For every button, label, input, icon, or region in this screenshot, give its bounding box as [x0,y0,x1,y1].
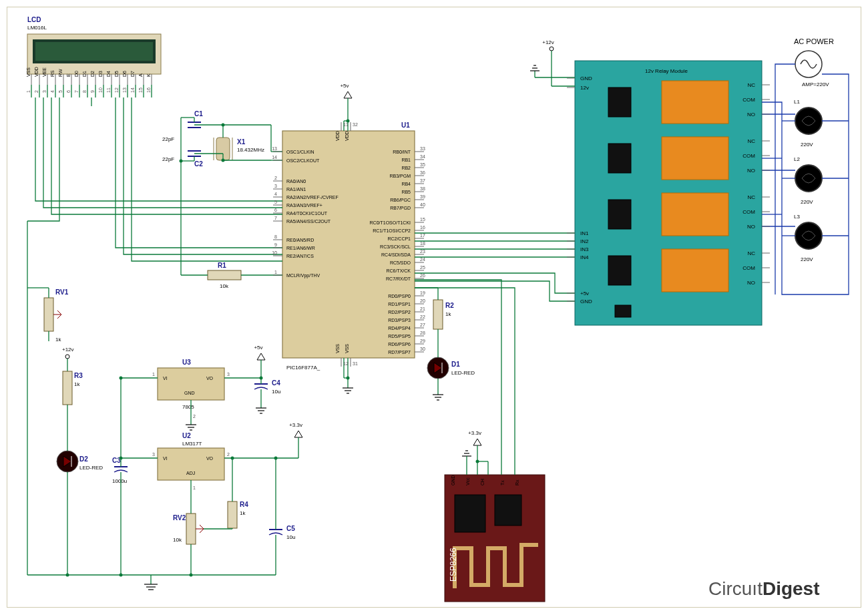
svg-rect-71 [455,495,485,532]
r3-val: 1k [74,381,80,387]
svg-text:NO: NO [747,224,755,230]
svg-text:RA0/AN0: RA0/AN0 [286,179,306,184]
svg-text:6: 6 [274,208,277,212]
svg-text:15: 15 [420,217,425,222]
svg-text:RB3/PGM: RB3/PGM [389,174,411,178]
svg-marker-26 [257,353,265,360]
svg-point-13 [65,355,69,359]
relay-title: 12v Relay Module [645,68,688,74]
svg-text:D3: D3 [98,71,103,77]
svg-text:MCLR/Vpp/THV: MCLR/Vpp/THV [286,273,320,278]
svg-text:COM: COM [742,153,755,159]
svg-text:5: 5 [58,90,63,93]
ac-amp: AMP=220V [802,81,829,87]
u2-val: LM317T [182,441,202,447]
svg-point-111 [180,160,183,163]
svg-text:RA4/T0CKI/C1OUT: RA4/T0CKI/C1OUT [286,211,328,216]
relay-module: 12v Relay Module [575,61,762,325]
svg-rect-47 [608,144,631,173]
svg-text:RD4/PSP4: RD4/PSP4 [388,326,411,331]
svg-text:E: E [66,73,71,77]
svg-text:18: 18 [420,241,425,246]
r1-ref: R1 [218,262,226,269]
svg-text:VDD: VDD [34,67,39,77]
svg-text:RC5/SDO: RC5/SDO [390,260,411,265]
svg-text:3: 3 [274,184,277,188]
svg-point-169 [120,574,123,577]
svg-text:RD7/PSP7: RD7/PSP7 [388,350,411,355]
svg-text:9: 9 [90,90,95,93]
svg-text:40: 40 [420,202,425,207]
svg-rect-70 [445,475,545,602]
svg-rect-45 [608,87,631,117]
svg-text:10: 10 [272,250,277,255]
svg-text:RA5/AN4/SS/C2OUT: RA5/AN4/SS/C2OUT [286,219,331,224]
label-3v3: +3.3v [289,422,302,428]
svg-text:D2: D2 [90,71,95,77]
svg-text:COM: COM [742,209,755,215]
svg-text:NC: NC [747,194,755,200]
svg-text:1: 1 [274,270,277,274]
svg-text:11: 11 [343,122,349,127]
svg-text:NC: NC [747,82,755,88]
d2-ref: D2 [79,455,88,463]
svg-text:20: 20 [420,298,425,303]
svg-text:A: A [138,73,143,77]
label-12v-top: +12v [62,347,74,353]
svg-text:26: 26 [420,273,425,278]
svg-text:19: 19 [420,290,425,295]
svg-text:22: 22 [420,315,425,319]
c5-val: 10u [286,534,295,540]
svg-text:IN3: IN3 [580,246,589,252]
svg-point-151 [120,377,123,380]
svg-text:17: 17 [420,233,425,238]
svg-text:K: K [146,73,151,77]
svg-text:VI: VI [163,456,168,461]
svg-text:VDD: VDD [335,131,340,141]
svg-text:30: 30 [420,347,425,351]
svg-text:RC2/CCP1: RC2/CCP1 [387,236,411,241]
svg-text:D7: D7 [130,71,135,77]
c2-ref: C2 [194,160,203,168]
svg-point-80 [550,47,554,51]
svg-text:220V: 220V [801,199,813,205]
svg-text:2: 2 [274,176,277,180]
svg-text:VSS: VSS [26,67,31,77]
svg-text:RB5: RB5 [401,190,411,194]
svg-text:RE2/AN7/CS: RE2/AN7/CS [286,254,314,258]
svg-text:7: 7 [274,216,277,220]
svg-text:IN2: IN2 [580,238,589,244]
svg-text:D1: D1 [82,71,87,77]
svg-rect-38 [186,514,196,544]
svg-rect-46 [662,81,728,124]
rv2-ref: RV2 [173,514,186,522]
svg-rect-15 [63,371,72,405]
rv1-val: 1k [55,337,61,343]
svg-text:NC: NC [747,250,755,256]
svg-point-132 [476,460,479,463]
c5-ref: C5 [286,525,295,532]
svg-text:14: 14 [272,155,277,160]
svg-text:VI: VI [163,376,168,381]
svg-text:RD2/PSP2: RD2/PSP2 [388,310,411,315]
svg-text:34: 34 [420,154,425,159]
svg-point-122 [347,377,350,380]
svg-text:5: 5 [274,200,277,204]
svg-text:RB6/PGC: RB6/PGC [390,198,411,202]
svg-text:NO: NO [747,112,755,118]
d1-val: LED-RED [451,370,475,376]
svg-text:RD1/PSP1: RD1/PSP1 [388,302,411,306]
svg-text:12v: 12v [580,85,589,91]
svg-rect-49 [608,200,631,229]
svg-text:VEE: VEE [42,67,47,77]
svg-text:24: 24 [420,257,425,262]
r4-val: 1k [240,510,246,516]
svg-text:GND: GND [451,475,455,485]
svg-text:Tx: Tx [500,480,505,485]
svg-text:23: 23 [420,249,425,254]
rv1-ref: RV1 [55,288,69,296]
svg-text:8: 8 [274,234,277,239]
u3-val: 7805 [182,404,194,410]
svg-text:CH: CH [480,479,485,485]
svg-text:4: 4 [50,90,55,93]
